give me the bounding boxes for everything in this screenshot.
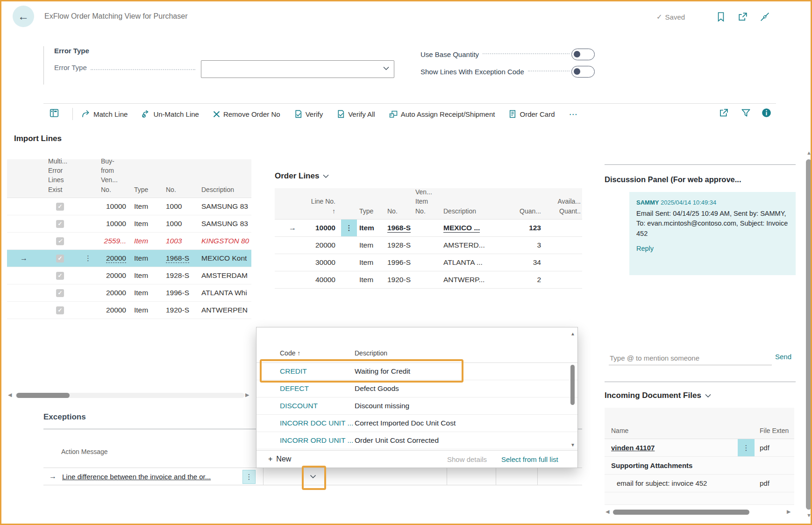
cell-description[interactable]: AMSTERDAM [201,267,251,284]
cell-no[interactable]: 1928-S [166,267,189,284]
filter-funnel-icon[interactable] [741,108,751,118]
mention-input[interactable] [609,351,772,365]
cell-no[interactable]: 1003 [166,233,182,249]
file-name[interactable]: email for subject: invoice 452 [617,475,707,492]
reply-link[interactable]: Reply [636,244,789,254]
cell-vendor-no[interactable]: 10000 [93,215,126,232]
collapse-icon[interactable] [759,11,770,22]
cell-quantity[interactable]: 2 [499,271,541,288]
cell-description[interactable]: KINGSTON 80 [201,233,251,249]
cell-type[interactable]: Item [134,233,148,249]
cell-quantity[interactable]: 3 [499,237,541,254]
column-header-buy-from-vendor-no[interactable]: Buy- from Ven... No. [101,156,118,194]
action-message-link[interactable]: Line difference between the invoice and … [62,468,211,485]
verify-all-button[interactable]: Verify All [337,110,375,118]
row-menu-icon[interactable]: ⋮ [341,220,357,236]
use-base-quantity-toggle[interactable] [571,49,595,60]
cell-type[interactable]: Item [359,237,373,254]
column-header-vendor-item-no[interactable]: Ven... Item No. [415,187,432,216]
column-header-line-no[interactable]: Line No. ↑ [293,197,335,216]
column-header-no[interactable]: No. [387,206,398,216]
import-line-row[interactable]: ✓ 10000 Item 1000 SAMSUNG 83 [7,198,251,215]
scrollbar-thumb[interactable] [613,510,749,515]
open-in-window-icon[interactable] [737,11,748,22]
import-line-row-error[interactable]: ✓ 2559... Item 1003 KINGSTON 80 [7,233,251,250]
scroll-down-icon[interactable]: ▼ [806,512,812,518]
scroll-right-icon[interactable]: ▶ [787,509,791,515]
cell-description[interactable]: ATLANTA Whi [201,284,251,301]
cell-vendor-no[interactable]: 10000 [93,198,126,215]
scroll-up-icon[interactable]: ▲ [806,150,812,156]
cell-no[interactable]: 1968-S [166,254,189,263]
incoming-files-horizontal-scrollbar[interactable]: ◀ ▶ [605,509,794,515]
scroll-left-icon[interactable]: ◀ [605,509,609,515]
match-line-button[interactable]: Match Line [82,110,128,118]
cell-quantity[interactable]: 123 [499,220,541,236]
cell-quantity[interactable]: 34 [499,254,541,271]
exception-code-row[interactable]: INCORR DOC UNIT ... Correct Imported Doc… [256,415,577,432]
order-line-row[interactable]: 20000 Item 1928-S AMSTERD... 3 [275,237,582,254]
exception-code-row[interactable]: INCORR ORD UNIT ... Order Unit Cost Corr… [256,432,577,449]
scroll-left-icon[interactable]: ◀ [8,392,12,398]
cell-no[interactable]: 1996-S [387,254,411,271]
remove-order-no-button[interactable]: Remove Order No [213,110,280,118]
column-header-file-extension[interactable]: File Exten [760,426,789,435]
order-line-row[interactable]: 40000 Item 1920-S ANTWERP... 2 [275,271,582,289]
incoming-document-files-title[interactable]: Incoming Document Files [605,391,711,400]
column-header-type[interactable]: Type [134,185,148,194]
cell-no[interactable]: 1968-S [387,224,411,233]
cell-description[interactable]: MEXICO ... [443,224,480,233]
new-button[interactable]: + New [268,455,291,463]
column-header-code[interactable]: Code ↑ [280,348,300,358]
toolbar-overflow-button[interactable]: ⋯ [569,109,579,120]
back-button[interactable]: ← [13,6,34,27]
exception-code-row[interactable]: DEFECT Defect Goods [256,380,577,397]
unmatch-line-button[interactable]: Un-Match Line [142,110,199,118]
code-link[interactable]: DISCOUNT [280,397,318,414]
column-header-name[interactable]: Name [611,426,628,435]
scrollbar-thumb[interactable] [16,393,70,398]
cell-vendor-no[interactable]: 20000 [93,302,126,319]
scroll-right-icon[interactable]: ▶ [245,392,249,398]
cell-no[interactable]: 1996-S [166,284,189,301]
code-link[interactable]: CREDIT [280,363,307,380]
page-scrollbar-thumb[interactable] [806,159,812,510]
cell-no[interactable]: 1000 [166,198,182,215]
cell-line-no[interactable]: 10000 [293,220,335,236]
verify-button[interactable]: Verify [294,110,323,118]
import-line-row[interactable]: ✓ 10000 Item 1000 SAMSUNG 83 [7,215,251,233]
import-lines-horizontal-scrollbar[interactable]: ◀ ▶ [7,392,251,398]
exception-code-row[interactable]: DISCOUNT Discount missing [256,397,577,415]
column-header-description[interactable]: Description [443,206,476,216]
info-icon[interactable] [762,108,771,118]
cell-type[interactable]: Item [134,250,148,267]
column-header-action-message[interactable]: Action Message [61,448,108,455]
error-type-combobox[interactable] [201,60,394,78]
column-header-no[interactable]: No. [166,185,176,194]
cell-type[interactable]: Item [134,302,148,319]
cell-type[interactable]: Item [359,254,373,271]
cell-type[interactable]: Item [134,284,148,301]
column-header-description[interactable]: Description [355,348,387,358]
import-line-row[interactable]: ✓ 20000 Item 1920-S ANTWERPEN [7,302,251,319]
scroll-up-icon[interactable]: ▲ [570,331,575,336]
cell-description[interactable]: MEXICO Kont [201,250,251,267]
import-line-row-selected[interactable]: → ✓ ⋮ 20000 Item 1968-S MEXICO Kont [7,250,251,267]
column-header-multi-error-lines-exist[interactable]: Multi... Error Lines Exist [48,156,67,194]
cell-vendor-no[interactable]: 20000 [93,267,126,284]
show-details-button[interactable]: Show details [447,455,487,463]
cell-type[interactable]: Item [134,267,148,284]
cell-no[interactable]: 1920-S [166,302,189,319]
order-line-row[interactable]: 30000 Item 1996-S ATLANTA ... 34 [275,254,582,271]
cell-description[interactable]: SAMSUNG 83 [201,198,251,215]
code-link[interactable]: INCORR ORD UNIT ... [280,432,353,449]
cell-no[interactable]: 1928-S [387,237,411,254]
order-card-button[interactable]: Order Card [509,110,555,118]
scroll-down-icon[interactable]: ▼ [570,442,575,447]
cell-description[interactable]: ANTWERPEN [201,302,251,319]
cell-no[interactable]: 1920-S [387,271,411,288]
cell-vendor-no[interactable]: 2559... [93,233,126,249]
column-header-available-quantity[interactable]: Availa... Quant.. [546,197,581,216]
cell-line-no[interactable]: 30000 [293,254,335,271]
supporting-attachments-group-row[interactable]: Supporting Attachments [605,457,794,475]
